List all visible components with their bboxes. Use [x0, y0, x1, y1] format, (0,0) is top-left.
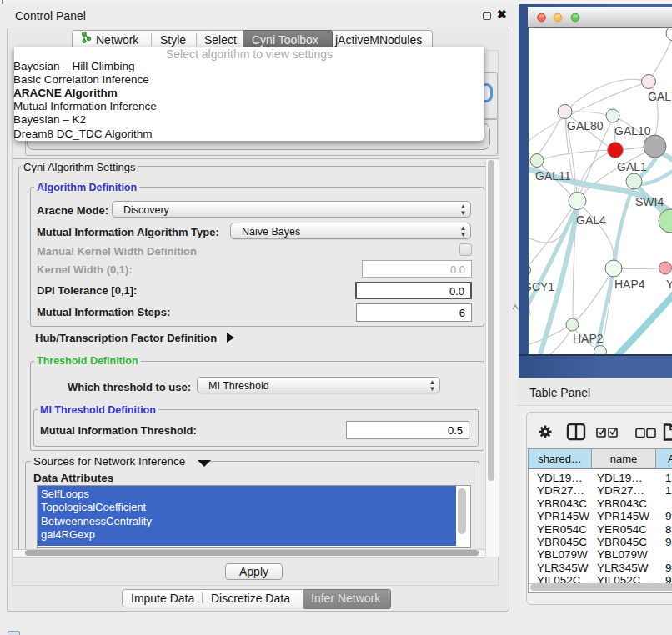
svg-text:GAL11: GAL11: [535, 169, 571, 182]
svg-text:GAL1: GAL1: [617, 160, 647, 173]
svg-text:GAL4: GAL4: [576, 213, 606, 227]
svg-text:Y: Y: [666, 278, 672, 291]
svg-text:SWI4: SWI4: [635, 195, 664, 208]
svg-text:GAL80: GAL80: [567, 119, 604, 132]
svg-text:GAL7: GAL7: [648, 90, 672, 103]
svg-text:HAP4: HAP4: [614, 278, 645, 291]
svg-text:HAP2: HAP2: [573, 332, 604, 345]
svg-text:GCY1: GCY1: [529, 280, 554, 293]
svg-text:GAL10: GAL10: [614, 124, 651, 138]
